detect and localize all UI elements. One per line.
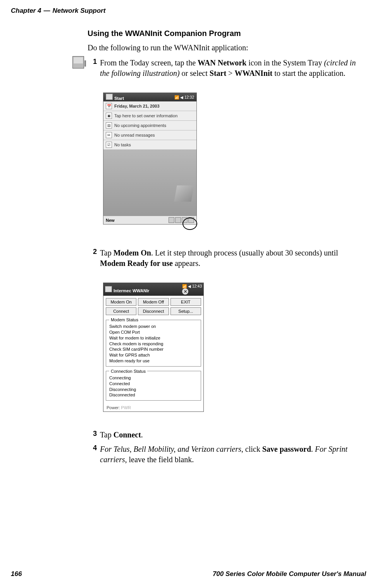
text: From the Today screen, tap the bbox=[100, 58, 198, 67]
calendar-icon: 📅 bbox=[106, 103, 112, 109]
text: to start the application. bbox=[272, 69, 345, 77]
header-separator: — bbox=[41, 7, 52, 15]
status-line: Modem ready for use bbox=[109, 358, 198, 364]
step-3: 3 Tap Connect. bbox=[88, 430, 364, 440]
today-date-row[interactable]: 📅 Friday, March 21, 2003 bbox=[103, 101, 196, 111]
chapter-title: Network Support bbox=[52, 7, 105, 15]
modem-off-button[interactable]: Modem Off bbox=[138, 298, 169, 306]
bold-modem-ready: Modem Ready for use bbox=[100, 259, 173, 267]
today-screen-window: Start 📶 ◀ 12:32 📅 Friday, March 21, 2003… bbox=[103, 93, 197, 225]
modem-status-legend: Modem Status bbox=[109, 317, 140, 322]
connection-status-group: Connection Status Connecting Connected D… bbox=[106, 369, 201, 401]
today-screen-figure: Start 📶 ◀ 12:32 📅 Friday, March 21, 2003… bbox=[103, 93, 364, 230]
text: > bbox=[226, 69, 234, 77]
messages-row[interactable]: ✉ No unread messages bbox=[103, 130, 196, 140]
tray-icon-2[interactable] bbox=[175, 217, 181, 223]
status-line: Connected bbox=[109, 381, 198, 387]
wwan-title-text: Intermec WWANIr bbox=[114, 288, 149, 293]
msgs-text: No unread messages bbox=[114, 133, 155, 137]
time-text: 12:43 bbox=[192, 284, 202, 288]
italic-carriers-a: For Telus, Bell Mobility, and Verizon ca… bbox=[100, 445, 241, 453]
step-number: 3 bbox=[88, 430, 100, 440]
step-number: 2 bbox=[88, 248, 100, 269]
time-text: 12:32 bbox=[184, 95, 194, 99]
windows-flag-icon bbox=[105, 286, 112, 292]
close-icon[interactable]: ✕ bbox=[182, 288, 188, 295]
tasks-icon: ☑ bbox=[106, 142, 112, 148]
power-indicator: Power: PWR bbox=[103, 405, 203, 411]
status-line: Wait for modem to initialize bbox=[109, 335, 198, 341]
page-header: Chapter 4 — Network Support bbox=[11, 7, 366, 15]
power-value: PWR bbox=[121, 405, 131, 410]
section-heading: Using the WWANInit Companion Program bbox=[88, 29, 364, 38]
status-line: Check modem is responding bbox=[109, 341, 198, 347]
text: icon in the System Tray bbox=[246, 58, 324, 67]
bold-wwaninit: WWANInit bbox=[234, 69, 272, 77]
text: , click bbox=[241, 445, 262, 453]
appointments-icon: ▤ bbox=[106, 122, 112, 129]
chapter-label: Chapter 4 bbox=[11, 7, 41, 15]
modem-status-group: Modem Status Switch modem power on Open … bbox=[106, 317, 201, 367]
owner-text: Tap here to set owner information bbox=[114, 113, 177, 118]
status-line: Connecting bbox=[109, 375, 198, 381]
wan-network-phone-icon bbox=[72, 56, 84, 69]
start-menu-label[interactable]: Start bbox=[106, 94, 124, 101]
status-line: Disconnecting bbox=[109, 387, 198, 393]
new-button[interactable]: New bbox=[106, 218, 115, 223]
appointments-row[interactable]: ▤ No upcoming appointments bbox=[103, 121, 196, 130]
step-2: 2 Tap Modem On. Let it step through proc… bbox=[88, 248, 364, 269]
wwaninit-title-right: 📶 ◀ 12:43 ✕ bbox=[182, 284, 202, 295]
bold-save-password: Save password bbox=[262, 445, 311, 453]
wwaninit-figure: Intermec WWANIr 📶 ◀ 12:43 ✕ Modem On Mod… bbox=[103, 283, 364, 412]
text: Tap bbox=[100, 430, 114, 439]
start-text: Start bbox=[114, 96, 124, 101]
step-number: 4 bbox=[88, 444, 100, 465]
connect-button[interactable]: Connect bbox=[106, 307, 136, 315]
step-body: From the Today screen, tap the WAN Netwo… bbox=[100, 58, 364, 79]
tasks-text: No tasks bbox=[114, 142, 131, 147]
wwaninit-titlebar: Intermec WWANIr 📶 ◀ 12:43 ✕ bbox=[103, 283, 203, 296]
circle-annotation bbox=[182, 218, 197, 230]
text: or select bbox=[180, 69, 210, 77]
intro-text: Do the following to run the WWANInit app… bbox=[88, 43, 364, 52]
step-body: For Telus, Bell Mobility, and Verizon ca… bbox=[100, 444, 364, 465]
manual-title: 700 Series Color Mobile Computer User's … bbox=[213, 570, 366, 578]
bold-start: Start bbox=[210, 69, 226, 77]
owner-icon: ▣ bbox=[106, 113, 112, 119]
step-number: 1 bbox=[88, 58, 100, 79]
tasks-row[interactable]: ☑ No tasks bbox=[103, 140, 196, 150]
appts-text: No upcoming appointments bbox=[114, 123, 166, 128]
status-line: Check SIM card/PIN number bbox=[109, 346, 198, 352]
disconnect-button[interactable]: Disconnect bbox=[138, 307, 169, 315]
windows-flag-icon bbox=[106, 94, 113, 100]
wwaninit-title-left: Intermec WWANIr bbox=[105, 286, 149, 293]
tray-icon-1[interactable] bbox=[169, 217, 174, 223]
text: . bbox=[311, 445, 315, 453]
power-label: Power: bbox=[107, 405, 121, 410]
text: . Let it step through process (usually a… bbox=[151, 249, 338, 257]
connection-status-legend: Connection Status bbox=[109, 369, 147, 374]
page-number: 166 bbox=[11, 570, 22, 578]
step-4: 4 For Telus, Bell Mobility, and Verizon … bbox=[88, 444, 364, 465]
windows-flag-logo bbox=[174, 185, 194, 202]
inbox-icon: ✉ bbox=[106, 132, 112, 138]
setup-button[interactable]: Setup... bbox=[170, 307, 201, 315]
status-line: Wait for GPRS attach bbox=[109, 352, 198, 358]
date-text: Friday, March 21, 2003 bbox=[114, 104, 160, 108]
status-line: Open COM Port bbox=[109, 329, 198, 335]
exit-button[interactable]: EXIT bbox=[170, 298, 201, 306]
status-line: Disconnected bbox=[109, 392, 198, 398]
step-1: 1 From the Today screen, tap the WAN Net… bbox=[88, 58, 364, 79]
step-body: Tap Modem On. Let it step through proces… bbox=[100, 248, 364, 269]
today-titlebar: Start 📶 ◀ 12:32 bbox=[103, 93, 196, 101]
text: . bbox=[141, 430, 143, 439]
bold-connect: Connect bbox=[114, 430, 141, 439]
text: Tap bbox=[100, 249, 114, 257]
owner-info-row[interactable]: ▣ Tap here to set owner information bbox=[103, 111, 196, 121]
page-footer: 166 700 Series Color Mobile Computer Use… bbox=[11, 570, 366, 578]
bold-wan-network: WAN Network bbox=[198, 58, 246, 67]
step-body: Tap Connect. bbox=[100, 430, 364, 440]
text: appears. bbox=[173, 259, 200, 267]
clock-label: 📶 ◀ 12:32 bbox=[174, 95, 194, 99]
modem-on-button[interactable]: Modem On bbox=[106, 298, 136, 306]
